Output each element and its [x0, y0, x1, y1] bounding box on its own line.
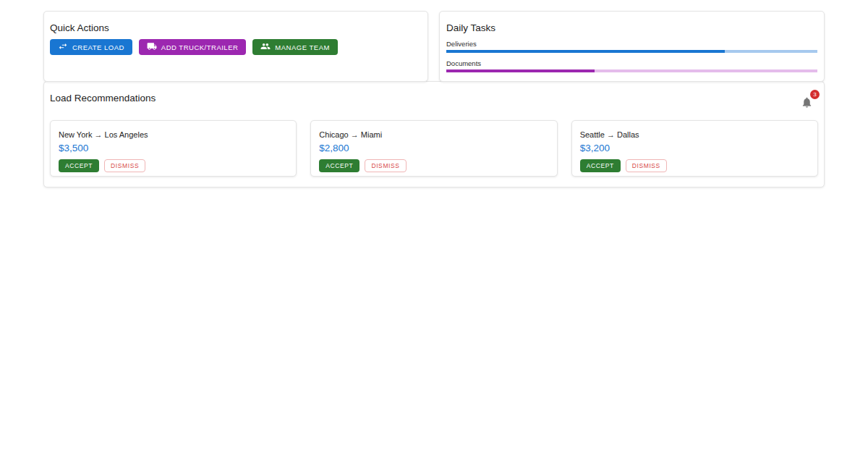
create-load-button[interactable]: CREATE LOAD [50, 39, 132, 55]
recommendation-card: Chicago → Miami $2,800 ACCEPT DISMISS [310, 120, 557, 177]
quick-actions-buttons: CREATE LOAD ADD TRUCK/TRAILER MANAGE TEA… [50, 39, 422, 55]
quick-actions-card: Quick Actions CREATE LOAD ADD TRUCK/TRAI… [43, 11, 428, 82]
accept-button[interactable]: ACCEPT [59, 159, 99, 172]
quick-actions-title: Quick Actions [50, 22, 422, 33]
daily-tasks-title: Daily Tasks [446, 22, 817, 33]
documents-progress-bar [446, 69, 817, 72]
manage-team-button[interactable]: MANAGE TEAM [252, 39, 338, 55]
top-row: Quick Actions CREATE LOAD ADD TRUCK/TRAI… [43, 11, 825, 82]
dismiss-button[interactable]: DISMISS [104, 159, 145, 172]
add-truck-trailer-button[interactable]: ADD TRUCK/TRAILER [139, 39, 247, 55]
route-text: New York → Los Angeles [59, 130, 288, 139]
card-actions: ACCEPT DISMISS [580, 159, 809, 172]
deliveries-progress-fill [446, 50, 725, 53]
dashboard-page: Quick Actions CREATE LOAD ADD TRUCK/TRAI… [0, 0, 868, 187]
card-actions: ACCEPT DISMISS [319, 159, 548, 172]
accept-button[interactable]: ACCEPT [319, 159, 359, 172]
task-label-documents: Documents [446, 59, 817, 67]
load-recommendations-card: Load Recommendations 3 New York → Los An… [43, 81, 825, 187]
daily-tasks-card: Daily Tasks Deliveries Documents [439, 11, 825, 82]
notification-count-badge: 3 [810, 90, 820, 99]
add-truck-trailer-label: ADD TRUCK/TRAILER [161, 43, 239, 51]
accept-button[interactable]: ACCEPT [580, 159, 621, 172]
truck-icon [147, 41, 157, 53]
manage-team-label: MANAGE TEAM [275, 43, 330, 51]
documents-progress-fill [446, 69, 595, 72]
dismiss-button[interactable]: DISMISS [626, 159, 667, 172]
recommendation-cards-row: New York → Los Angeles $3,500 ACCEPT DIS… [50, 120, 818, 177]
swap-horizontal-icon [58, 41, 68, 53]
price-text: $3,200 [580, 143, 809, 153]
deliveries-progress-bar [446, 50, 817, 53]
price-text: $3,500 [59, 143, 288, 153]
create-load-label: CREATE LOAD [72, 43, 124, 51]
card-actions: ACCEPT DISMISS [59, 159, 288, 172]
load-recommendations-title: Load Recommendations [50, 93, 156, 104]
task-label-deliveries: Deliveries [446, 40, 817, 48]
recommendation-card: Seattle → Dallas $3,200 ACCEPT DISMISS [571, 120, 818, 177]
route-text: Chicago → Miami [319, 130, 548, 139]
dismiss-button[interactable]: DISMISS [365, 159, 406, 172]
load-recommendations-header: Load Recommendations 3 [50, 90, 818, 111]
team-icon [260, 41, 271, 53]
notifications-button[interactable]: 3 [801, 95, 814, 109]
recommendation-card: New York → Los Angeles $3,500 ACCEPT DIS… [50, 120, 297, 177]
route-text: Seattle → Dallas [580, 130, 809, 139]
price-text: $2,800 [319, 143, 548, 153]
